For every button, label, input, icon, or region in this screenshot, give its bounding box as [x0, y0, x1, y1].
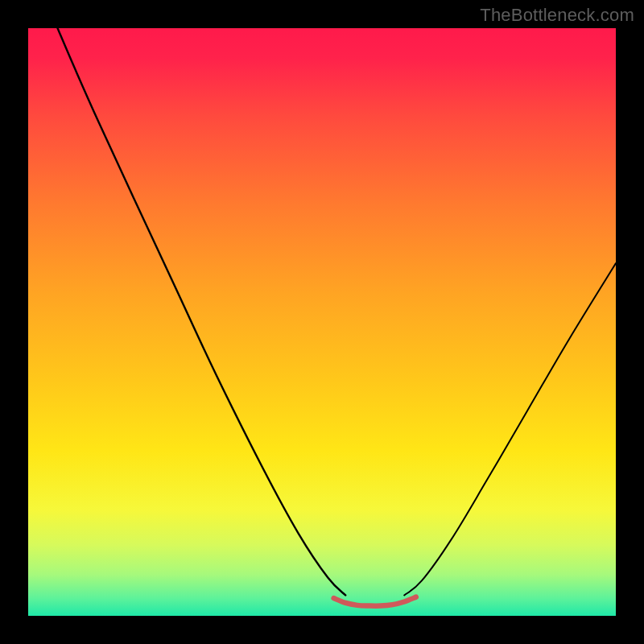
chart-frame: TheBottleneck.com: [0, 0, 644, 644]
plot-area: [28, 28, 616, 616]
series-right-arm: [404, 263, 616, 595]
watermark-text: TheBottleneck.com: [480, 5, 634, 26]
series-bottom-flat: [334, 597, 416, 606]
curve-layer: [28, 28, 616, 616]
series-left-arm: [58, 28, 346, 595]
